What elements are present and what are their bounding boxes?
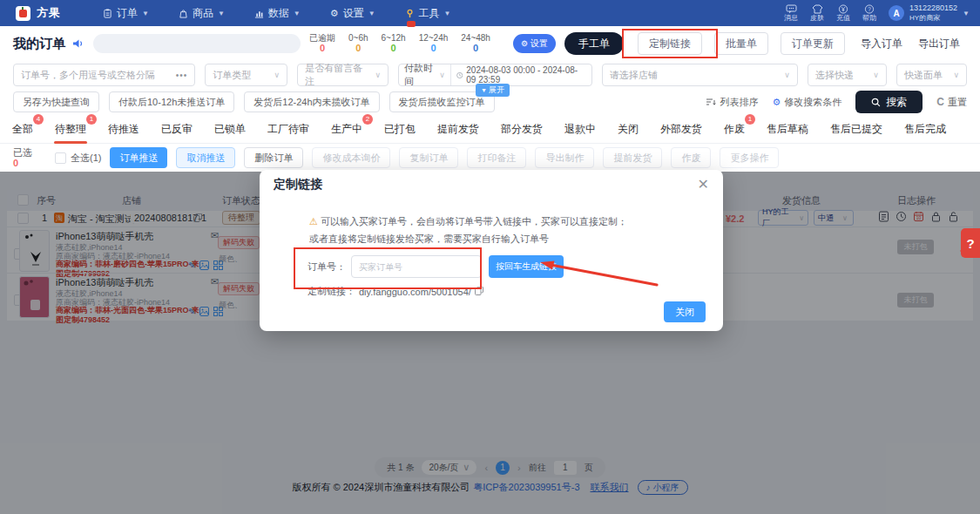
tab-all[interactable]: 全部4 bbox=[11, 115, 34, 144]
tab-aftersale-submitted[interactable]: 售后已提交 bbox=[829, 115, 883, 144]
select-placeholder: 选择快递 bbox=[815, 69, 854, 82]
tab-pending-push[interactable]: 待推送 bbox=[107, 115, 140, 144]
link-label: 定制链接： bbox=[308, 285, 355, 298]
select-all-label: 全选(1) bbox=[71, 152, 101, 165]
nav-item-settings[interactable]: ⚙ 设置▼ bbox=[330, 6, 375, 21]
brand-name: 方果 bbox=[37, 5, 61, 21]
waybill-select[interactable]: 快递面单 ∨ bbox=[896, 64, 967, 86]
save-quick-query-button[interactable]: 另存为快捷查询 bbox=[13, 91, 99, 112]
icon-label: 消息 bbox=[784, 15, 798, 23]
tab-label: 待推送 bbox=[108, 123, 139, 135]
tab-aftersale-done[interactable]: 售后完成 bbox=[903, 115, 947, 144]
message-icon[interactable]: 消息 bbox=[784, 4, 798, 23]
tab-closed[interactable]: 关闭 bbox=[617, 115, 639, 144]
generate-link-button[interactable]: 按回车生成链接 bbox=[489, 255, 564, 278]
disabled-action-button[interactable]: 打印备注 bbox=[467, 147, 526, 168]
push-orders-button[interactable]: 订单推送 bbox=[110, 147, 167, 168]
help-icon[interactable]: ? 帮助 bbox=[862, 4, 876, 23]
tab-voided[interactable]: 作废1 bbox=[723, 115, 746, 144]
tab-label: 已反审 bbox=[161, 123, 193, 135]
tab-aftersale-draft[interactable]: 售后草稿 bbox=[766, 115, 809, 144]
skin-icon[interactable]: 皮肤 bbox=[810, 4, 824, 23]
user-phone: 13122280152 bbox=[909, 3, 957, 13]
copy-icon[interactable] bbox=[475, 287, 483, 297]
button-label: 搜索 bbox=[886, 95, 907, 110]
order-stats: 已逾期0 0~6h0 6~12h0 12~24h0 24~48h0 bbox=[309, 33, 490, 54]
delete-orders-button[interactable]: 删除订单 bbox=[244, 147, 303, 168]
nav-item-products[interactable]: 商品▼ bbox=[179, 6, 225, 21]
tab-packed[interactable]: 已打包 bbox=[383, 115, 416, 144]
recharge-icon[interactable]: 充值 bbox=[836, 4, 850, 23]
date-range-input[interactable]: 2024-08-03 00:00 - 2024-08-09 23:59 bbox=[451, 65, 591, 85]
manual-order-button[interactable]: 手工单 bbox=[564, 32, 624, 55]
stat-label: 24~48h bbox=[461, 33, 490, 44]
shop-select[interactable]: 请选择店铺 ∨ bbox=[602, 64, 798, 86]
modal-close-button[interactable]: 关闭 bbox=[664, 301, 706, 322]
chevron-down-icon: ∨ bbox=[779, 71, 790, 79]
order-type-select[interactable]: 订单类型 ∨ bbox=[205, 64, 287, 86]
cancel-push-button[interactable]: 取消推送 bbox=[176, 147, 235, 168]
tip-text: 或者直接将定制链接发给买家，需要买家自行输入订单号 bbox=[309, 233, 549, 244]
chevron-down-icon: ▼ bbox=[444, 10, 451, 17]
tab-reviewed[interactable]: 已反审 bbox=[160, 115, 193, 144]
nav-item-orders[interactable]: 订单▼ bbox=[103, 6, 149, 21]
order-management-app: 方果 订单▼ 商品▼ 数据▼ ⚙ 设置▼ 工具▼ bbox=[0, 0, 980, 514]
batch-order-button[interactable]: 批量单 bbox=[714, 32, 768, 55]
chevron-down-icon: ▼ bbox=[218, 10, 225, 17]
stat-value: 0 bbox=[320, 43, 325, 54]
search-button[interactable]: 搜索 bbox=[855, 91, 923, 113]
button-label: 修改搜索条件 bbox=[784, 96, 841, 109]
tab-label: 外部发货 bbox=[660, 123, 702, 135]
quick-filter-unpushed[interactable]: 付款后10-12h未推送订单 bbox=[109, 91, 234, 112]
user-menu[interactable]: A 13122280152 HY的商家 ▼ bbox=[889, 3, 970, 22]
order-no-input[interactable]: 订单号，多个用逗号或空格分隔 ••• bbox=[13, 64, 195, 86]
select-placeholder: 订单类型 bbox=[213, 69, 251, 82]
order-update-button[interactable]: 订单更新 bbox=[781, 32, 845, 55]
export-orders-button[interactable]: 导出订单 bbox=[918, 37, 960, 51]
import-orders-button[interactable]: 导入订单 bbox=[861, 37, 902, 51]
tab-pending-sort[interactable]: 待整理1 bbox=[54, 115, 87, 144]
buyer-order-no-input[interactable] bbox=[351, 255, 482, 278]
quick-filter-uncollected[interactable]: 发货后12-24h内未揽收订单 bbox=[244, 91, 379, 112]
tab-label: 生产中 bbox=[331, 123, 362, 135]
disabled-action-button[interactable]: 作废 bbox=[671, 147, 711, 168]
icon-label: 帮助 bbox=[862, 15, 876, 23]
chevron-down-icon: ∨ bbox=[269, 71, 280, 79]
select-placeholder: 请选择店铺 bbox=[610, 69, 658, 82]
tab-label: 作废 bbox=[724, 123, 745, 135]
close-icon[interactable]: ✕ bbox=[698, 178, 709, 192]
reset-button[interactable]: C 重置 bbox=[936, 96, 967, 109]
more-icon: ••• bbox=[176, 71, 188, 80]
tab-label: 全部 bbox=[12, 123, 33, 135]
disabled-action-button[interactable]: 复制订单 bbox=[399, 147, 458, 168]
pay-time-select[interactable]: 付款时间∨ bbox=[399, 64, 451, 85]
tab-refunding[interactable]: 退款中 bbox=[564, 115, 597, 144]
wrench-icon bbox=[405, 9, 415, 18]
express-select[interactable]: 选择快递 ∨ bbox=[808, 64, 887, 86]
stats-settings-button[interactable]: ⚙ 设置 bbox=[513, 34, 556, 53]
tab-locked[interactable]: 已锁单 bbox=[213, 115, 247, 144]
custom-link-button[interactable]: 定制链接 bbox=[638, 32, 702, 55]
tab-factory-review[interactable]: 工厂待审 bbox=[267, 115, 310, 144]
tab-partial-ship[interactable]: 部分发货 bbox=[500, 115, 544, 144]
nav-label: 工具 bbox=[419, 6, 440, 21]
tab-label: 已打包 bbox=[384, 123, 416, 135]
help-float-button[interactable]: ? bbox=[961, 228, 980, 258]
disabled-action-button[interactable]: 更多操作 bbox=[720, 147, 779, 168]
nav-label: 商品 bbox=[193, 6, 213, 21]
input-placeholder: 订单号，多个用逗号或空格分隔 bbox=[21, 69, 155, 82]
nav-item-tools[interactable]: 工具▼ bbox=[405, 6, 451, 21]
select-all[interactable]: 全选(1) bbox=[55, 152, 101, 165]
disabled-action-button[interactable]: 导出制作 bbox=[535, 147, 594, 168]
disabled-action-button[interactable]: 提前发货 bbox=[603, 147, 662, 168]
nav-item-data[interactable]: 数据▼ bbox=[254, 6, 301, 21]
has-message-select[interactable]: 是否有留言备注 ∨ bbox=[297, 64, 389, 86]
tab-in-production[interactable]: 生产中2 bbox=[330, 115, 363, 144]
disabled-action-button[interactable]: 修改成本询价 bbox=[312, 147, 390, 168]
list-sort-button[interactable]: 列表排序 bbox=[706, 96, 758, 109]
tab-external-ship[interactable]: 外部发货 bbox=[659, 115, 703, 144]
expand-toggle[interactable]: ▼ 展开 bbox=[476, 84, 510, 97]
tab-early-ship[interactable]: 提前发货 bbox=[436, 115, 480, 144]
select-all-checkbox[interactable] bbox=[55, 152, 66, 164]
modify-search-button[interactable]: ⚙ 修改搜索条件 bbox=[772, 96, 841, 109]
